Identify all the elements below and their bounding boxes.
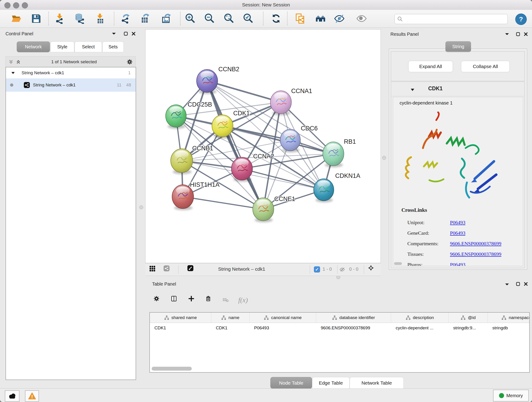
show-all-icon[interactable] (356, 13, 367, 24)
crosslink-label: Compartments: (407, 238, 438, 249)
table-panel-menu-icon[interactable] (504, 281, 510, 287)
results-panel-title: Results Panel (390, 32, 418, 37)
column-header[interactable]: @id (449, 313, 488, 323)
expand-all-button[interactable]: Expand All (408, 61, 453, 72)
first-neighbors-icon[interactable] (315, 13, 326, 24)
add-column-icon[interactable] (188, 296, 194, 302)
vertical-splitter-handle[interactable] (382, 156, 386, 160)
table-panel-float-icon[interactable] (515, 281, 521, 287)
apply-function-icon[interactable]: f(x) (238, 296, 248, 304)
edge-HIST1H1A-CCNE1 (183, 197, 263, 209)
zoom-in-icon[interactable] (185, 13, 196, 24)
toolbar-separator (337, 265, 337, 274)
delete-column-icon[interactable] (205, 296, 211, 302)
tab-style[interactable]: Style (51, 41, 74, 52)
cell-database-identifier: 9606.ENSP00000378699 (316, 323, 391, 333)
hide-selected-icon[interactable] (334, 13, 345, 24)
column-header[interactable]: canonical name (249, 313, 316, 323)
network-canvas[interactable]: CCNB2CCNA1CDC25BCDK1CDC6RB1CCNB1CCNA2CDK… (145, 29, 381, 263)
tab-network-table[interactable]: Network Table (350, 377, 404, 389)
protein-collapse-icon[interactable] (409, 87, 415, 93)
results-panel: Results Panel String Expand All Collapse… (387, 29, 530, 277)
column-tree-icon (405, 315, 411, 320)
export-network-icon[interactable] (120, 13, 131, 24)
network-row[interactable]: String Network – cdk1 11 48 (6, 78, 136, 92)
warning-icon (28, 392, 36, 400)
collapse-all-networks-icon[interactable] (15, 59, 21, 65)
crosslink-label: Pharos: (407, 259, 438, 266)
selected-nodes-checkbox[interactable]: ✓ (314, 266, 320, 273)
zoom-fit-icon[interactable] (223, 13, 234, 24)
hidden-eye-icon[interactable] (340, 267, 346, 273)
results-horizontal-scrollbar[interactable] (394, 262, 402, 265)
cell-namespace: stringdb (488, 323, 530, 333)
show-columns-icon[interactable] (171, 296, 177, 302)
tab-sets[interactable]: Sets (102, 41, 124, 52)
node-label-CCNB2: CCNB2 (218, 66, 239, 73)
crosslink-value[interactable]: 9606.ENSP00000378699 (450, 238, 501, 249)
protein-section-header[interactable]: CDK1 (391, 82, 525, 96)
results-panel-menu-icon[interactable] (504, 31, 510, 37)
tab-edge-table[interactable]: Edge Table (312, 377, 350, 389)
column-header[interactable]: description (391, 313, 449, 323)
table-panel-close-icon[interactable] (523, 281, 529, 287)
vertical-splitter-handle[interactable] (139, 205, 143, 209)
node-label-CCNA2: CCNA2 (253, 153, 274, 160)
collection-expand-icon[interactable] (10, 70, 16, 76)
tab-string[interactable]: String (445, 41, 471, 52)
fit-selected-crosshair-icon[interactable] (368, 265, 374, 271)
column-header[interactable]: name (211, 313, 249, 323)
search-input[interactable] (405, 15, 504, 23)
cloud-button[interactable] (5, 390, 19, 402)
crosslink-value[interactable]: 9606.ENSP00000378699 (450, 249, 501, 259)
crosslink-value[interactable]: P06493 (450, 217, 501, 228)
export-image-icon[interactable] (160, 13, 171, 24)
control-panel-float-icon[interactable] (123, 31, 129, 37)
table-settings-gear-icon[interactable] (153, 296, 159, 302)
new-network-from-selection-icon[interactable] (295, 13, 306, 24)
tab-select[interactable]: Select (75, 41, 102, 52)
tab-node-table[interactable]: Node Table (270, 377, 312, 389)
column-header[interactable]: database identifier (316, 313, 391, 323)
save-session-icon[interactable] (31, 13, 42, 24)
results-panel-close-icon[interactable] (523, 31, 529, 37)
tab-network[interactable]: Network (17, 41, 50, 52)
network-collection-row[interactable]: String Network – cdk1 1 (6, 67, 136, 78)
collection-label: String Network – cdk1 (22, 70, 64, 75)
import-network-database-icon[interactable] (74, 13, 85, 24)
control-panel-title: Control Panel (6, 31, 33, 36)
results-panel-float-icon[interactable] (515, 31, 521, 37)
zoom-selected-icon[interactable] (243, 13, 254, 24)
memory-button[interactable]: Memory (493, 390, 529, 402)
import-table-icon[interactable] (94, 13, 105, 24)
grid-view-icon[interactable] (149, 266, 155, 272)
column-header[interactable]: namespace (488, 313, 530, 323)
node-label-HIST1H1A: HIST1H1A (190, 181, 220, 188)
import-network-file-icon[interactable] (54, 13, 65, 24)
node-CCNA1 (270, 91, 291, 115)
window-title: Session: New Session (0, 2, 532, 7)
network-share-icon (24, 82, 30, 88)
network-view-share-icon[interactable] (164, 265, 170, 271)
table-row[interactable]: CDK1 CDK1 P06493 9606.ENSP00000378699 cy… (150, 323, 529, 333)
export-table-icon[interactable] (139, 13, 151, 24)
control-panel-close-icon[interactable] (131, 31, 137, 37)
column-header[interactable]: shared name (150, 313, 211, 323)
delete-table-icon[interactable] (223, 297, 229, 303)
network-options-gear-icon[interactable] (127, 59, 133, 65)
expand-all-networks-icon[interactable] (8, 59, 14, 65)
zoom-out-icon[interactable] (204, 13, 215, 24)
warning-button[interactable] (25, 390, 39, 402)
open-session-icon[interactable] (11, 13, 22, 24)
birds-eye-view-icon[interactable] (187, 265, 193, 271)
table-horizontal-scrollbar[interactable] (152, 367, 192, 370)
network-tree: String Network – cdk1 1 String Network –… (6, 67, 136, 380)
refresh-icon[interactable] (271, 13, 282, 24)
control-panel-menu-icon[interactable] (111, 31, 117, 37)
crosslink-value[interactable]: P06493 (450, 259, 501, 266)
help-button[interactable]: ? (515, 13, 527, 25)
crosslink-value[interactable]: P06493 (450, 228, 501, 238)
collapse-all-button[interactable]: Collapse All (461, 61, 510, 72)
hidden-counts: 0 - 0 (349, 267, 358, 272)
results-buttons-box: Expand All Collapse All (391, 51, 525, 81)
